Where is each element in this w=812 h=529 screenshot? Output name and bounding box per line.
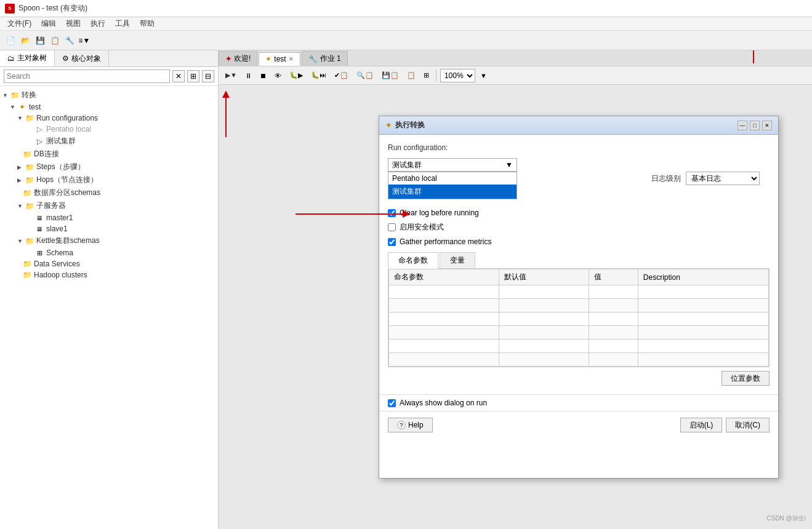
always-show-checkbox[interactable] bbox=[388, 399, 396, 407]
tab-welcome[interactable]: ✦ 欢迎! bbox=[219, 51, 257, 66]
debug-btn[interactable]: 🐛▶ bbox=[286, 69, 306, 82]
dropdown-option-test-cluster[interactable]: 测试集群 bbox=[388, 185, 517, 199]
open-btn[interactable]: 📂 bbox=[18, 34, 32, 47]
run-btn[interactable]: ▶▼ bbox=[222, 69, 240, 82]
folder-icon-hadoop: 📁 bbox=[22, 271, 32, 279]
tab-named-params[interactable]: 命名参数 bbox=[388, 252, 438, 269]
tree-item-test-cluster[interactable]: ▷ 测试集群 bbox=[0, 135, 218, 148]
right-panel: ✦ 欢迎! ✦ test ✕ 🔧 作业 1 ▶▼ ⏸ ⏹ 👁 🐛▶ 🐛⏭ ✔📋 … bbox=[219, 50, 812, 529]
tab-test[interactable]: ✦ test ✕ bbox=[259, 52, 300, 66]
clear-log-checkbox[interactable] bbox=[388, 209, 396, 217]
search-expand-btn[interactable]: ⊞ bbox=[187, 70, 199, 82]
help-btn-label: Help bbox=[408, 421, 424, 429]
tree-item-master1[interactable]: 🖥 master1 bbox=[0, 212, 218, 223]
grid-btn[interactable]: ⊞ bbox=[420, 69, 432, 82]
watermark: CSDN @弥生i bbox=[767, 514, 806, 523]
tree-item-kettle-cluster[interactable]: ▼ 📁 Kettle集群schemas bbox=[0, 234, 218, 247]
tree-item-db[interactable]: 📁 DB连接 bbox=[0, 148, 218, 161]
toolbar-btn-extra[interactable]: ≡▼ bbox=[78, 34, 91, 47]
search-collapse-btn[interactable]: ⊟ bbox=[202, 70, 214, 82]
tab-job[interactable]: 🔧 作业 1 bbox=[302, 51, 348, 66]
tab-job-label: 作业 1 bbox=[320, 54, 341, 64]
preview-btn[interactable]: 👁 bbox=[271, 69, 284, 82]
tree-item-data-services[interactable]: 📁 Data Services bbox=[0, 258, 218, 269]
label-run-config: Run configurations bbox=[36, 114, 98, 122]
tree-item-schema[interactable]: ⊞ Schema bbox=[0, 247, 218, 258]
reference-btn[interactable]: 📋 bbox=[404, 69, 419, 82]
menu-help[interactable]: 帮助 bbox=[135, 17, 159, 30]
run-config-dropdown-trigger[interactable]: 测试集群 ▼ bbox=[388, 158, 517, 172]
zoom-select[interactable]: 100% 50% 75% 150% 200% bbox=[440, 69, 475, 82]
tab-variables[interactable]: 变量 bbox=[440, 252, 475, 268]
tree-item-hadoop[interactable]: 📁 Hadoop clusters bbox=[0, 269, 218, 280]
tab-test-close[interactable]: ✕ bbox=[289, 56, 294, 62]
folder-icon-data-services: 📁 bbox=[22, 260, 32, 268]
dropdown-option-pentaho-local[interactable]: Pentaho local bbox=[388, 172, 517, 185]
run-icon-test-cluster: ▷ bbox=[34, 137, 44, 146]
new-btn[interactable]: 📄 bbox=[4, 34, 17, 47]
menu-tools[interactable]: 工具 bbox=[110, 17, 135, 30]
tree-item-sub-server[interactable]: ▼ 📁 子服务器 bbox=[0, 199, 218, 212]
clear-log-label: Clear log before running bbox=[400, 209, 479, 217]
tree-item-run-config[interactable]: ▼ 📁 Run configurations bbox=[0, 113, 218, 124]
tab-core-objects[interactable]: ⚙ 核心对象 bbox=[55, 50, 109, 66]
tree-item-steps[interactable]: ▶ 📁 Steps（步骤） bbox=[0, 161, 218, 173]
menu-run[interactable]: 执行 bbox=[86, 17, 110, 30]
clear-log-row: Clear log before running bbox=[388, 209, 770, 217]
run-config-dropdown-container: 测试集群 ▼ Pentaho local 测试集群 bbox=[388, 158, 517, 172]
params-tab-content: 命名参数 默认值 值 Description bbox=[388, 269, 770, 367]
label-hops: Hops（节点连接） bbox=[36, 175, 98, 185]
label-zhuanhuan: 转换 bbox=[22, 90, 36, 100]
menu-view[interactable]: 视图 bbox=[61, 17, 86, 30]
arrow-kettle-cluster: ▼ bbox=[17, 238, 25, 244]
arrow-hops: ▶ bbox=[17, 177, 25, 183]
start-btn[interactable]: 启动(L) bbox=[680, 418, 723, 432]
save-as-btn[interactable]: 📋 bbox=[48, 34, 62, 47]
tree-item-db-partition[interactable]: 📁 数据库分区schemas bbox=[0, 186, 218, 199]
folder-icon-hops: 📁 bbox=[25, 176, 34, 185]
folder-icon-zhuanhuan: 📁 bbox=[10, 91, 20, 100]
safe-mode-row: 启用安全模式 bbox=[388, 222, 770, 233]
dialog-minimize-btn[interactable]: — bbox=[738, 121, 747, 130]
params-table: 命名参数 默认值 值 Description bbox=[388, 269, 769, 367]
arrow-test: ▼ bbox=[10, 104, 17, 110]
save-btn[interactable]: 💾 bbox=[33, 34, 47, 47]
schema-icon: ⊞ bbox=[34, 249, 44, 257]
step-debug-btn[interactable]: 🐛⏭ bbox=[308, 69, 329, 82]
always-show-label: Always show dialog on run bbox=[400, 399, 487, 407]
impact-btn[interactable]: 🔍📋 bbox=[353, 69, 377, 82]
dialog-maximize-btn[interactable]: □ bbox=[750, 121, 760, 130]
tree-item-slave1[interactable]: 🖥 slave1 bbox=[0, 223, 218, 234]
check-btn[interactable]: ✔📋 bbox=[331, 69, 352, 82]
help-btn[interactable]: ? Help bbox=[388, 418, 433, 432]
tree-item-pentaho-local[interactable]: ▷ Pentaho local bbox=[0, 124, 218, 135]
safe-mode-checkbox[interactable] bbox=[388, 223, 396, 231]
pause-btn[interactable]: ⏸ bbox=[242, 69, 255, 82]
arrow-sub-server: ▼ bbox=[17, 203, 25, 209]
position-btn-area: 位置参数 bbox=[388, 367, 770, 386]
position-params-btn[interactable]: 位置参数 bbox=[722, 371, 770, 386]
log-level-select[interactable]: 基本日志 详细 调试 行级别 bbox=[686, 172, 760, 185]
menu-edit[interactable]: 编辑 bbox=[36, 17, 61, 30]
main-toolbar: 📄 📂 💾 📋 🔧 ≡▼ bbox=[0, 31, 812, 50]
app-title: Spoon - test (有变动) bbox=[18, 3, 87, 14]
tree-item-hops[interactable]: ▶ 📁 Hops（节点连接） bbox=[0, 173, 218, 186]
search-clear-btn[interactable]: ✕ bbox=[172, 70, 185, 82]
sql-btn[interactable]: 💾📋 bbox=[379, 69, 402, 82]
table-row-empty-6 bbox=[389, 353, 769, 367]
tab-main-objects[interactable]: 🗂 主对象树 bbox=[0, 50, 55, 66]
stop-btn[interactable]: ⏹ bbox=[257, 69, 270, 82]
search-input[interactable] bbox=[4, 70, 170, 83]
dialog-body: Run configuration: 测试集群 ▼ Pentaho local … bbox=[379, 135, 778, 394]
dialog-footer: ? Help 启动(L) 取消(C) bbox=[379, 411, 778, 439]
tree-item-zhuanhuan[interactable]: ▼ 📁 转换 bbox=[0, 89, 218, 101]
label-sub-server: 子服务器 bbox=[36, 201, 66, 211]
cancel-btn[interactable]: 取消(C) bbox=[726, 418, 770, 432]
zoom-dropdown-btn[interactable]: ▼ bbox=[477, 69, 490, 82]
menu-file[interactable]: 文件(F) bbox=[2, 17, 36, 30]
settings-btn[interactable]: 🔧 bbox=[63, 34, 76, 47]
core-objects-label: 核心对象 bbox=[71, 54, 101, 64]
perf-metrics-checkbox[interactable] bbox=[388, 238, 396, 246]
dialog-close-btn[interactable]: ✕ bbox=[762, 121, 772, 130]
tree-item-test[interactable]: ▼ ✦ test bbox=[0, 101, 218, 113]
